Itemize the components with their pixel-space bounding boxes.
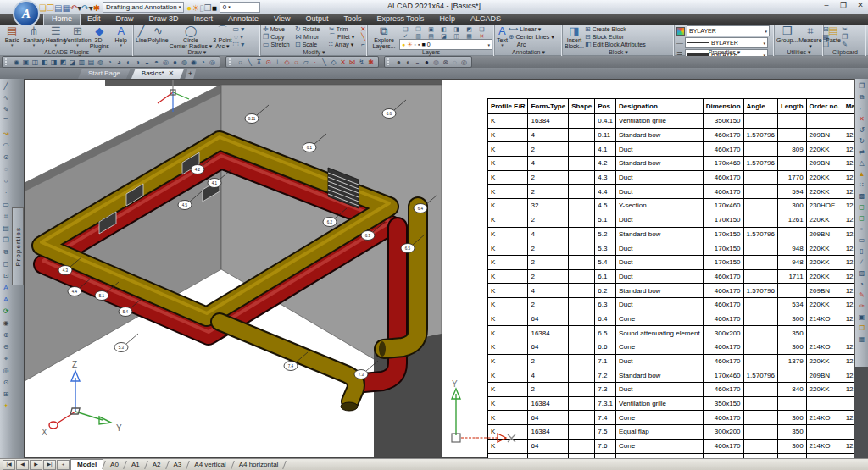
utility-button-group[interactable]: ❒Group... — [776, 25, 798, 49]
view-toolbar-button[interactable]: ◍ — [96, 58, 105, 67]
table-row[interactable]: K45.2Standard bow170x1501.570796209BN121 — [488, 227, 868, 241]
restore-button[interactable]: ❐ — [837, 1, 849, 9]
visual-style-button[interactable]: ◌ — [450, 58, 459, 67]
draw-tool-button[interactable]: ⊞ — [3, 389, 9, 401]
draw-tool-button[interactable]: ⌗ — [4, 211, 8, 223]
draw-button-3-point[interactable]: ⌒3-PointArc ▾ — [213, 25, 231, 49]
draw-tool-button[interactable]: ◌ — [4, 163, 8, 175]
table-row[interactable]: K25.1Duct170x1501261220KK121 — [488, 213, 868, 227]
annotation-button-arc[interactable]: ⌒Arc — [509, 41, 554, 48]
osnap-toolbar-button[interactable]: ◇ — [329, 58, 338, 67]
drawing-viewport[interactable]: 4.34.45.15.35.44.24.10.114.56.16.26.36.5… — [24, 79, 854, 458]
visual-style-button[interactable]: ◐ — [403, 58, 413, 67]
draw-tool-button[interactable]: ⊕ — [3, 329, 9, 341]
modify-tool-button[interactable]: ▫ — [860, 224, 863, 235]
view-toolbar-button[interactable]: ◒ — [142, 58, 152, 67]
doc-tab-startpage[interactable]: Start Page — [78, 69, 131, 79]
close-tab-icon[interactable]: ✕ — [169, 69, 175, 79]
new-tab-button[interactable]: + — [185, 69, 196, 79]
draw-tool-button[interactable]: ⧉ — [3, 246, 8, 258]
modify-tool-button[interactable]: ▭ — [859, 235, 865, 246]
cut-icon[interactable]: ✂ — [842, 25, 848, 33]
menu-tab-insert[interactable]: Insert — [186, 14, 221, 25]
draw-button-line[interactable]: ╱Line — [136, 25, 147, 49]
draw-tool-button[interactable]: ⊙ — [3, 377, 9, 389]
layer-tool-icon[interactable]: ▤ — [425, 32, 437, 39]
table-row[interactable]: K24.4Duct460x170594220KK121 — [488, 185, 868, 199]
modify-button-rotate[interactable]: ↻Rotate — [295, 25, 329, 33]
table-row[interactable]: K163846.5Sound attenuating element300x20… — [488, 326, 868, 340]
doc-tab-basics[interactable]: Basics*✕ — [131, 69, 184, 79]
view-toolbar-button[interactable]: ◐ — [124, 58, 133, 67]
modify-tool-button[interactable]: ⧉ — [860, 91, 865, 102]
osnap-toolbar-button[interactable]: ✱ — [366, 58, 376, 67]
modify-tool-button[interactable]: ▨ — [859, 268, 865, 279]
modify-tool-button[interactable]: ↻ — [859, 135, 865, 147]
view-toolbar-button[interactable]: ▤ — [86, 58, 96, 67]
utility-button-measure[interactable]: ⌗Measure ▾ — [798, 25, 821, 49]
osnap-toolbar-button[interactable]: ◇ — [282, 58, 292, 67]
modify-button-mirror[interactable]: ⋈Mirror — [295, 33, 329, 41]
view-toolbar-button[interactable]: ◑ — [133, 58, 142, 67]
modify-tool-button[interactable]: ❒ — [859, 323, 865, 334]
layout-tab-a2[interactable]: A2 — [147, 460, 167, 470]
sheet-nav-button[interactable]: ▶ — [30, 460, 42, 470]
layer-tool-icon[interactable]: ❏ — [476, 25, 488, 32]
annotation-button-centerlines[interactable]: ⊕Center Lines ▾ — [509, 33, 554, 41]
draw-tool-button[interactable]: ◎ — [3, 365, 9, 377]
layer-tool-icon[interactable]: ❐ — [412, 25, 425, 32]
table-row[interactable]: K163840.4.1Ventilation grille350x150 — [488, 114, 868, 129]
draw-tool-button[interactable]: ◠ — [3, 140, 9, 152]
table-row[interactable]: K324.5Y-section170x460300230HOE121 — [488, 199, 868, 213]
layer-tool-icon[interactable]: ▣ — [425, 25, 437, 32]
view-toolbar-button[interactable]: ◧ — [40, 58, 49, 67]
osnap-toolbar-button[interactable]: ⊥ — [273, 58, 282, 67]
menu-tab-alcads[interactable]: ALCADS — [463, 14, 509, 25]
table-row[interactable]: K25.3Duct170x150948220KK121 — [488, 241, 868, 256]
rectangle-icon[interactable]: ▭ ▾ — [233, 25, 245, 33]
draw-tool-button[interactable]: ⟳ — [3, 306, 9, 318]
layer-tool-icon[interactable]: ▦ — [463, 32, 476, 39]
visual-style-button[interactable]: ◍ — [431, 58, 441, 67]
draw-tool-button[interactable]: ⊡ — [3, 270, 9, 282]
modify-button-scale[interactable]: ⊡Scale — [295, 41, 329, 48]
layout-tab-a4-horizontal[interactable]: A4 horizontal — [233, 460, 285, 470]
draw-tool-button[interactable]: ○ — [4, 175, 8, 187]
minimize-button[interactable]: – — [821, 1, 832, 9]
draw-button-polyline[interactable]: ∿Polyline — [147, 25, 169, 49]
osnap-toolbar-button[interactable]: ⋈ — [348, 58, 357, 67]
draw-tool-button[interactable]: · — [5, 187, 8, 199]
table-row[interactable]: K46.2Standard bow460x1701.570796209BN121 — [488, 284, 868, 298]
draw-tool-button[interactable]: ╱ — [4, 80, 8, 92]
table-row[interactable]: K44.2Standard bow170x4601.570796209BN121 — [488, 157, 868, 171]
osnap-toolbar-button[interactable]: ╲ — [320, 58, 329, 67]
menu-tab-view[interactable]: View — [266, 14, 298, 25]
table-row[interactable]: K646.4Cone460x170300214KO121 — [488, 312, 868, 326]
layer-tool-icon[interactable]: ❏ — [399, 25, 412, 32]
layout-tab-a3[interactable]: A3 — [168, 460, 188, 470]
osnap-toolbar-button[interactable]: · — [310, 58, 320, 67]
modify-tool-button[interactable]: ∕ — [861, 257, 862, 268]
visual-style-button[interactable]: ◒ — [413, 58, 422, 67]
draw-tool-button[interactable]: ▭ — [3, 199, 9, 211]
view-toolbar-button[interactable]: ◪ — [68, 58, 77, 67]
draw-tool-button[interactable]: ◻ — [3, 258, 9, 270]
menu-tab-express-tools[interactable]: Express Tools — [370, 14, 432, 25]
draw-tool-button[interactable]: A — [3, 282, 8, 294]
modify-tool-button[interactable]: ◻ — [859, 202, 865, 213]
modify-tool-button[interactable]: ▯ — [860, 246, 863, 257]
table-row[interactable]: K24.3Duct460x1701770220KK121 — [488, 170, 868, 185]
sheet-nav-button[interactable]: ▶| — [43, 460, 56, 470]
view-toolbar-button[interactable]: ● — [170, 58, 180, 67]
visual-style-button[interactable]: ◎ — [459, 58, 469, 67]
block-button-create-block[interactable]: ⊞Create Block — [585, 25, 646, 33]
osnap-toolbar-button[interactable]: ○ — [236, 58, 245, 67]
table-row[interactable]: K24.1Duct460x170809220KK121 — [488, 142, 868, 157]
polygon-icon[interactable]: ⬚ ▾ — [233, 41, 245, 48]
osnap-toolbar-button[interactable]: ○ — [292, 58, 301, 67]
view-toolbar-button[interactable]: ◎ — [161, 58, 170, 67]
revision-cloud-icon[interactable]: ◌ ▾ — [233, 33, 245, 41]
draw-tool-button[interactable]: ⌒ — [3, 116, 9, 128]
menu-tab-annotate[interactable]: Annotate — [220, 14, 266, 25]
view-toolbar-button[interactable]: ▣ — [21, 58, 31, 67]
